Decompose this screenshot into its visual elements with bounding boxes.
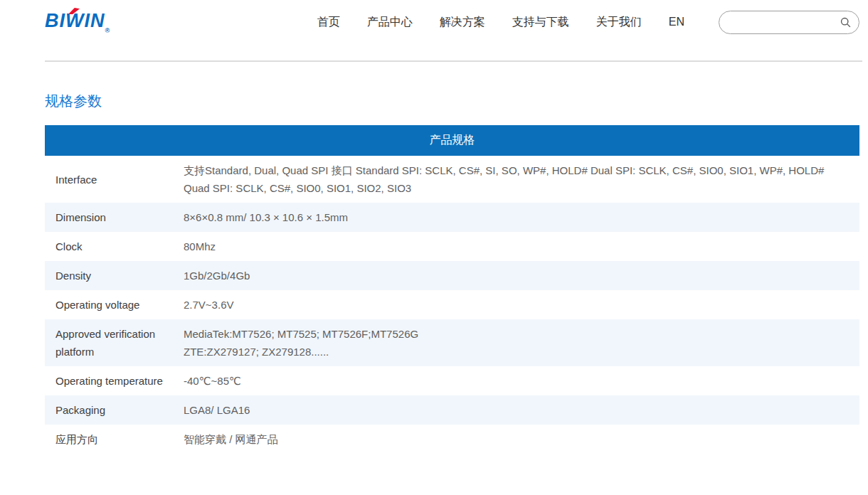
table-row-operating-voltage: Operating voltage 2.7V~3.6V (45, 290, 859, 319)
row-value: 支持Standard, Dual, Quad SPI 接口 Standard S… (184, 156, 859, 203)
row-label: Operating voltage (45, 290, 184, 319)
header-divider (45, 60, 862, 62)
biwin-logo-text: BIWIN (45, 10, 105, 31)
nav-item-products[interactable]: 产品中心 (367, 15, 413, 30)
row-value: -40℃~85℃ (184, 366, 859, 395)
row-label: Density (45, 261, 184, 290)
spec-table: 产品规格 Interface 支持Standard, Dual, Quad SP… (45, 125, 859, 454)
nav-item-support-download[interactable]: 支持与下载 (512, 15, 569, 30)
row-value: 80Mhz (184, 232, 859, 261)
row-label: Interface (45, 165, 184, 194)
nav-item-about-us[interactable]: 关于我们 (596, 15, 642, 30)
row-value-line: ZTE:ZX279127; ZX279128...... (184, 343, 845, 361)
row-label: Packaging (45, 395, 184, 425)
row-value: 2.7V~3.6V (184, 290, 859, 319)
language-switch-en[interactable]: EN (669, 16, 684, 28)
registered-trademark-mark: ® (105, 27, 110, 34)
spec-table-header: 产品规格 (45, 125, 859, 156)
main-content: 规格参数 产品规格 Interface 支持Standard, Dual, Qu… (45, 92, 859, 454)
search-input[interactable] (729, 16, 840, 28)
nav-item-home[interactable]: 首页 (317, 15, 340, 30)
nav-item-solutions[interactable]: 解决方案 (440, 15, 485, 30)
row-value-line: MediaTek:MT7526; MT7525; MT7526F;MT7526G (184, 325, 845, 343)
row-label: Clock (45, 232, 184, 261)
page-title: 规格参数 (45, 92, 859, 111)
row-value: LGA8/ LGA16 (184, 395, 859, 425)
row-value: MediaTek:MT7526; MT7525; MT7526F;MT7526G… (184, 319, 859, 366)
table-row-interface: Interface 支持Standard, Dual, Quad SPI 接口 … (45, 156, 859, 203)
biwin-logo[interactable]: BIWIN® (45, 10, 110, 34)
table-row-dimension: Dimension 8×6×0.8 mm/ 10.3 × 10.6 × 1.5m… (45, 203, 859, 232)
row-value: 智能穿戴 / 网通产品 (184, 425, 859, 454)
row-label: Approved verification platform (45, 319, 184, 366)
table-row-clock: Clock 80Mhz (45, 232, 859, 261)
search-icon[interactable] (840, 16, 852, 28)
row-label: Operating temperature (45, 366, 184, 395)
row-value: 1Gb/2Gb/4Gb (184, 261, 859, 290)
table-row-operating-temperature: Operating temperature -40℃~85℃ (45, 366, 859, 395)
table-row-packaging: Packaging LGA8/ LGA16 (45, 395, 859, 425)
row-label: Dimension (45, 203, 184, 232)
table-row-application-direction: 应用方向 智能穿戴 / 网通产品 (45, 425, 859, 454)
row-label: 应用方向 (45, 425, 184, 454)
table-row-density: Density 1Gb/2Gb/4Gb (45, 261, 859, 290)
site-header: BIWIN® 首页 产品中心 解决方案 支持与下载 关于我们 EN (0, 0, 868, 34)
main-nav: 首页 产品中心 解决方案 支持与下载 关于我们 EN (317, 15, 684, 30)
search-box[interactable] (719, 11, 859, 34)
table-row-approved-verification-platform: Approved verification platform MediaTek:… (45, 319, 859, 366)
row-value: 8×6×0.8 mm/ 10.3 × 10.6 × 1.5mm (184, 203, 859, 232)
